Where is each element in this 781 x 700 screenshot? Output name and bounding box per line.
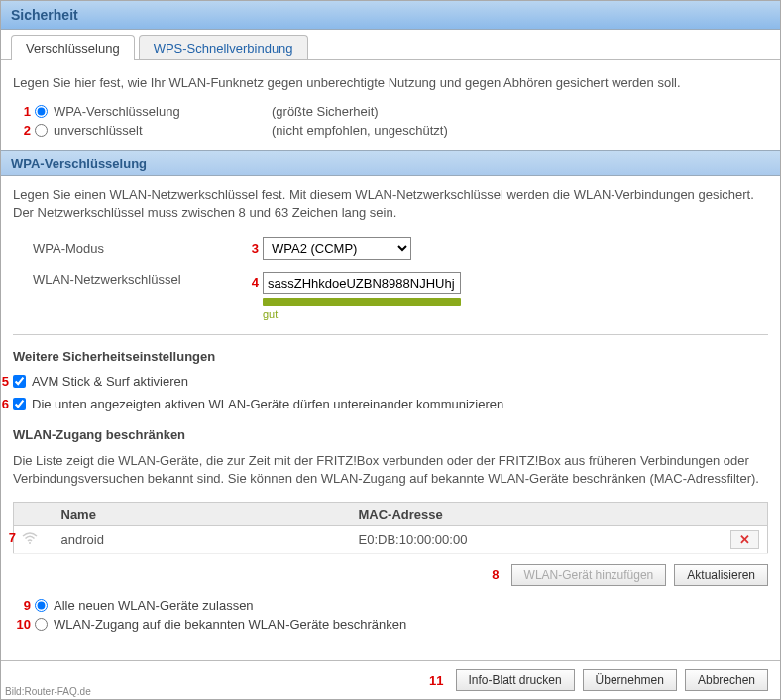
- check-avm-label: AVM Stick & Surf aktivieren: [32, 374, 188, 389]
- divider: [13, 334, 768, 335]
- content: Legen Sie hier fest, wie Ihr WLAN-Funkne…: [1, 60, 780, 660]
- strength-text: gut: [263, 308, 461, 320]
- radio-wpa-note: (größte Sicherheit): [272, 104, 379, 119]
- strength-bar: [263, 298, 461, 306]
- radio-wpa-label: WPA-Verschlüsselung: [54, 104, 272, 119]
- wpa-key-input[interactable]: [263, 272, 461, 294]
- wpa-mode-label: WPA-Modus: [13, 241, 241, 256]
- marker-2: 2: [13, 123, 31, 138]
- marker-8: 8: [482, 567, 500, 582]
- wifi-icon: [22, 532, 38, 547]
- check-avm[interactable]: [13, 375, 26, 388]
- wpa-mode-select[interactable]: WPA2 (CCMP): [263, 237, 411, 260]
- intro-text: Legen Sie hier fest, wie Ihr WLAN-Funkne…: [13, 74, 768, 92]
- radio-restrict-known-label: WLAN-Zugang auf die bekannten WLAN-Gerät…: [54, 617, 406, 632]
- marker-5: 5: [1, 374, 9, 389]
- row-mac: E0:DB:10:00:00:00: [351, 525, 724, 553]
- marker-3: 3: [241, 241, 259, 256]
- apply-button[interactable]: Übernehmen: [583, 669, 677, 691]
- tab-bar: Verschlüsselung WPS-Schnellverbindung: [1, 30, 780, 60]
- radio-allow-all-label: Alle neuen WLAN-Geräte zulassen: [54, 598, 254, 613]
- footer: 11 Info-Blatt drucken Übernehmen Abbrech…: [1, 660, 780, 699]
- add-device-button[interactable]: WLAN-Gerät hinzufügen: [511, 564, 667, 586]
- cancel-button[interactable]: Abbrechen: [685, 669, 768, 691]
- check-comm-label: Die unten angezeigten aktiven WLAN-Gerät…: [32, 397, 503, 411]
- wpa-key-label: WLAN-Netzwerkschlüssel: [13, 272, 241, 287]
- marker-6: 6: [1, 397, 9, 411]
- delete-button[interactable]: ✕: [730, 530, 759, 549]
- page-title: Sicherheit: [1, 1, 780, 30]
- radio-none-note: (nicht empfohlen, ungeschützt): [272, 123, 448, 138]
- check-comm[interactable]: [13, 398, 26, 410]
- section-wpa: WPA-Verschlüsselung: [1, 150, 780, 176]
- marker-1: 1: [13, 104, 31, 119]
- credit-text: Bild:Router-FAQ.de: [5, 686, 91, 697]
- tab-wps[interactable]: WPS-Schnellverbindung: [139, 35, 308, 60]
- print-button[interactable]: Info-Blatt drucken: [456, 669, 575, 691]
- marker-11: 11: [426, 673, 444, 688]
- marker-9: 9: [13, 598, 31, 613]
- row-name: android: [54, 525, 351, 553]
- restrict-title: WLAN-Zugang beschränken: [13, 427, 768, 442]
- radio-none-label: unverschlüsselt: [54, 123, 272, 138]
- table-row: 7 android E0:DB:10:00:00:00 ✕: [14, 525, 768, 553]
- marker-4: 4: [241, 275, 259, 290]
- col-mac: MAC-Adresse: [351, 502, 724, 525]
- restrict-desc: Die Liste zeigt die WLAN-Geräte, die zur…: [13, 452, 768, 488]
- radio-none[interactable]: [35, 124, 48, 137]
- refresh-button[interactable]: Aktualisieren: [674, 564, 768, 586]
- radio-wpa[interactable]: [35, 105, 48, 118]
- radio-restrict-known[interactable]: [35, 618, 48, 631]
- svg-point-0: [29, 542, 31, 544]
- col-name: Name: [54, 502, 351, 525]
- further-title: Weitere Sicherheitseinstellungen: [13, 349, 768, 364]
- radio-allow-all[interactable]: [35, 599, 48, 612]
- marker-7: 7: [1, 530, 16, 545]
- wpa-desc: Legen Sie einen WLAN-Netzwerkschlüssel f…: [13, 186, 768, 222]
- tab-encryption[interactable]: Verschlüsselung: [11, 35, 135, 60]
- device-table: Name MAC-Adresse 7 android E0:DB:10:00:0…: [13, 502, 768, 554]
- marker-10: 10: [13, 617, 31, 632]
